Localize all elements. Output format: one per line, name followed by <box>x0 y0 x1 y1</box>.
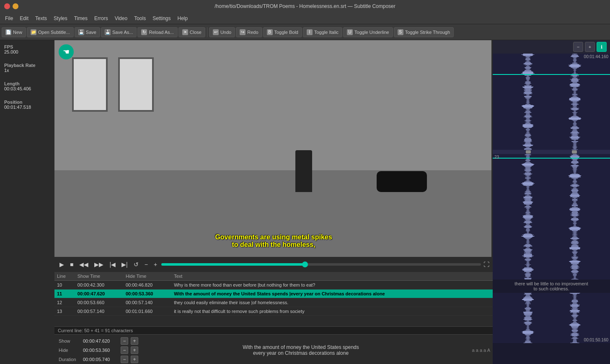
fast-forward-button[interactable]: ▶▶ <box>93 260 105 269</box>
rewind-button[interactable]: ◀◀ <box>78 260 90 269</box>
scene-windows <box>72 57 154 112</box>
undo-icon: ↩ <box>213 29 219 35</box>
menu-item-file[interactable]: File <box>2 14 16 23</box>
waveform-extra: 00:01:50.160 <box>493 293 610 343</box>
reloadas-label: Reload As... <box>149 30 173 35</box>
toolbar-btn-bold[interactable]: BToggle Bold <box>263 27 302 37</box>
table-row[interactable]: 1300:00:57.14000:01:01.660it is really n… <box>54 307 493 316</box>
toolbar-btn-undo[interactable]: ↩Undo <box>209 27 235 37</box>
formatting-chars: a a a a A <box>472 348 490 353</box>
hide-label: Hide <box>59 348 80 353</box>
duration-label: Duration <box>59 357 80 362</box>
fps-label: FPS <box>4 44 50 49</box>
video-player[interactable]: Governments are using metal spikes to de… <box>54 40 493 257</box>
menu-item-video[interactable]: Video <box>111 14 131 23</box>
minimize-button[interactable] <box>13 3 18 9</box>
fullscreen-button[interactable]: ⛶ <box>483 261 489 268</box>
menu-item-times[interactable]: Times <box>71 14 91 23</box>
table-header-row: Line Show Time Hide Time Text <box>54 272 493 281</box>
waveform-bottom: 23 <box>493 154 610 279</box>
wf-handle-left[interactable] <box>526 150 531 154</box>
cell-show: 00:00:47.620 <box>75 290 123 298</box>
toolbar-btn-close[interactable]: ✕Close <box>178 27 205 37</box>
wf-timestamp-top: 00:01:44.160 <box>584 54 608 59</box>
toolbar-btn-new[interactable]: 📄New <box>2 27 26 37</box>
skip-back-button[interactable]: |◀ <box>108 260 117 269</box>
position-section: Position 00:01:47.518 <box>4 100 50 110</box>
underline-label: Toggle Underline <box>354 30 389 35</box>
menu-item-styles[interactable]: Styles <box>50 14 71 23</box>
toolbar-btn-redo[interactable]: ↪Redo <box>236 27 262 37</box>
wf-caption-line1: there will be little to no improvement <box>496 281 607 286</box>
toolbar-btn-italic[interactable]: IToggle Italic <box>303 27 342 37</box>
stop-button[interactable]: ■ <box>68 260 75 269</box>
waveform-top: 00:01:44.160 <box>493 54 610 150</box>
bottom-section: Line Show Time Hide Time Text 1000:00:42… <box>54 272 493 364</box>
menu-item-tools[interactable]: Tools <box>131 14 149 23</box>
reloadas-icon: ↻ <box>141 29 147 35</box>
play-button[interactable]: ▶ <box>58 260 66 269</box>
toolbar-btn-save[interactable]: 💾Save <box>75 27 100 37</box>
cell-text: it is really not that difficult to remov… <box>171 307 493 316</box>
waveform-canvas-bottom <box>493 154 610 279</box>
status-text: Current line: 50 + 41 = 91 characters <box>58 328 133 333</box>
fps-value: 25.000 <box>4 49 50 54</box>
toolbar-btn-saveas[interactable]: 💾Save As... <box>101 27 137 37</box>
hand-icon: ☚ <box>59 44 74 59</box>
cell-line: 11 <box>54 290 75 298</box>
status-bar: Current line: 50 + 41 = 91 characters <box>54 327 493 335</box>
toolbar-btn-strikethrough[interactable]: SToggle Strike Through <box>394 27 454 37</box>
menubar: FileEditTextsStylesTimesErrorsVideoTools… <box>0 13 610 24</box>
hide-plus-btn[interactable]: + <box>131 346 138 354</box>
cell-text: Why is there more food than ever before … <box>171 281 493 290</box>
show-plus-btn[interactable]: + <box>131 337 138 345</box>
table-row[interactable]: 1200:00:53.66000:00:57.140they could eas… <box>54 298 493 307</box>
duration-plus-btn[interactable]: + <box>131 356 138 363</box>
progress-bar[interactable] <box>161 263 481 266</box>
wf-caption-area: there will be little to no improvement t… <box>493 279 610 293</box>
preview-line2: every year on Christmas decorations alon… <box>243 350 359 356</box>
menu-item-help[interactable]: Help <box>174 14 191 23</box>
skip-forward-button[interactable]: ▶| <box>120 260 129 269</box>
bold-label: Toggle Bold <box>274 30 299 35</box>
wf-handle-right[interactable] <box>572 150 577 154</box>
toolbar: 📄New📁Open Subtitle...💾Save💾Save As...↻Re… <box>0 24 610 40</box>
show-minus-btn[interactable]: − <box>121 337 128 345</box>
col-show-time: Show Time <box>75 272 123 281</box>
wf-info-btn[interactable]: ℹ <box>597 42 607 52</box>
show-value: 00:00:47.620 <box>83 338 118 343</box>
bold-icon: B <box>267 29 273 35</box>
edit-row: Show 00:00:47.620 − + Hide 00:00:53.360 … <box>54 335 493 364</box>
col-line: Line <box>54 272 75 281</box>
col-text: Text <box>171 272 493 281</box>
toolbar-btn-open[interactable]: 📁Open Subtitle... <box>27 27 74 37</box>
table-row[interactable]: 1000:00:42.30000:00:46.820Why is there m… <box>54 281 493 290</box>
menu-item-texts[interactable]: Texts <box>32 14 50 23</box>
cell-text: With the amount of money the United Stat… <box>171 290 493 298</box>
underline-icon: U <box>347 29 353 35</box>
playback-controls: ▶ ■ ◀◀ ▶▶ |◀ ▶| ↺ − + ⛶ <box>54 257 493 272</box>
toolbar-btn-reloadas[interactable]: ↻Reload As... <box>137 27 177 37</box>
save-label: Save <box>86 30 96 35</box>
menu-item-edit[interactable]: Edit <box>16 14 32 23</box>
cell-hide: 00:00:53.360 <box>123 290 171 298</box>
show-timing-row: Show 00:00:47.620 − + <box>59 337 138 345</box>
wf-zoom-out-btn[interactable]: − <box>573 42 583 52</box>
hide-minus-btn[interactable]: − <box>121 346 128 354</box>
close-window-button[interactable] <box>4 3 10 9</box>
duration-minus-btn[interactable]: − <box>121 356 128 363</box>
menu-item-settings[interactable]: Settings <box>149 14 174 23</box>
volume-up-button[interactable]: + <box>152 260 159 269</box>
wf-zoom-in-btn[interactable]: + <box>585 42 595 52</box>
loop-button[interactable]: ↺ <box>132 260 140 269</box>
cell-text: they could easily eliminate their issue … <box>171 298 493 307</box>
playback-rate-label: Playback Rate <box>4 63 50 68</box>
toolbar-btn-underline[interactable]: UToggle Underline <box>343 27 393 37</box>
figure-body <box>295 150 312 192</box>
table-row[interactable]: 1100:00:47.62000:00:53.360With the amoun… <box>54 290 493 298</box>
menu-item-errors[interactable]: Errors <box>91 14 111 23</box>
cell-hide: 00:00:46.820 <box>123 281 171 290</box>
mute-button[interactable]: − <box>143 260 150 269</box>
subtitle-line2: to deal with the homeless, <box>215 241 332 249</box>
undo-label: Undo <box>220 30 231 35</box>
